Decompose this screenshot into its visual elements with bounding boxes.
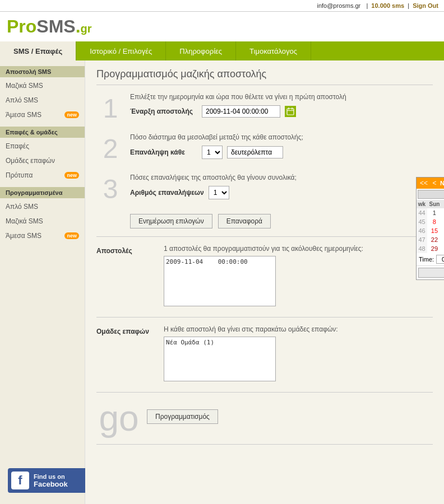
update-button[interactable]: Ενημέρωση επιλογών — [130, 214, 212, 228]
groups-content: Η κάθε αποστολή θα γίνει στις παρακάτω ο… — [164, 325, 433, 383]
cal-time-row: Time: : — [417, 253, 444, 265]
cal-hours-input[interactable] — [436, 255, 444, 264]
step-3-content: Πόσες επαναλήψεις της αποστολής θα γίνου… — [124, 174, 433, 199]
apostoles-row: Αποστολές 1 αποστολές θα προγραμματιστού… — [96, 245, 433, 308]
logo-bar: ProSMS.gr — [0, 12, 444, 41]
apostoles-textarea[interactable]: 2009-11-04 00:00:00 — [164, 256, 276, 306]
step-3-desc: Πόσες επαναλήψεις της αποστολής θα γίνου… — [130, 174, 433, 181]
divider-1 — [96, 236, 433, 237]
sidebar-item-aplo[interactable]: Απλό SMS — [0, 93, 85, 108]
logo-dot: . — [76, 16, 81, 36]
logo-pro: Pro — [7, 16, 36, 36]
new-badge-sched-amesa: new — [64, 232, 79, 239]
logo-gr: gr — [81, 22, 92, 35]
step-2-number: 2 — [96, 136, 124, 162]
step-1-label: Έναρξη αποστολής — [130, 108, 197, 115]
go-row: go Προγραμματισμός — [96, 400, 433, 436]
step-3-field-row: Αριθμός επαναλήψεων 1 — [130, 186, 433, 199]
cal-time-label: Time: — [419, 256, 434, 263]
sidebar-item-mazika[interactable]: Μαζικά SMS — [0, 78, 85, 93]
new-badge-protupa: new — [64, 172, 79, 179]
go-content: Προγραμματισμός — [141, 400, 218, 424]
step-1-field-row: Έναρξη αποστολής — [130, 105, 433, 118]
logo[interactable]: ProSMS.gr — [7, 16, 92, 37]
cal-title: November, 2009 — [440, 180, 444, 186]
cal-prev-year-btn[interactable]: << — [419, 179, 429, 187]
step-2-field-row: Επανάληψη κάθε 1 — [130, 146, 433, 159]
cal-mon-header: Mon — [442, 200, 444, 208]
period-input[interactable] — [227, 146, 283, 158]
sidebar-item-groups[interactable]: Ομάδες επαφών — [0, 153, 85, 168]
go-number: go — [96, 400, 141, 436]
apostoles-desc: 1 αποστολές θα προγραμματιστούν για τις … — [164, 245, 363, 253]
sidebar-item-contacts[interactable]: Επαφές — [0, 139, 85, 153]
cal-today-button[interactable]: Today — [418, 190, 444, 199]
step-2-row: 2 Πόσο διάστημα θα μεσολαβεί μεταξύ της … — [96, 133, 433, 162]
action-buttons-row: Ενημέρωση επιλογών Επαναφορά — [96, 214, 433, 228]
cal-sun-header: Sun — [427, 200, 442, 208]
repeat-every-select[interactable]: 1 — [202, 146, 223, 159]
step-2-label: Επανάληψη κάθε — [130, 148, 197, 156]
step-1-content: Επιλέξτε την ημερομηνία και ώρα που θέλε… — [124, 93, 433, 118]
step-1-desc: Επιλέξτε την ημερομηνία και ώρα που θέλε… — [130, 93, 433, 101]
nav-item-info[interactable]: Πληροφορίες — [166, 41, 236, 60]
cal-today-row: Today — [417, 189, 444, 200]
apostoles-content: 1 αποστολές θα προγραμματιστούν για τις … — [164, 245, 363, 308]
sidebar-item-sched-aplo[interactable]: Απλό SMS — [0, 199, 85, 214]
facebook-banner[interactable]: f Find us on Facebook — [8, 468, 89, 493]
main-layout: Αποστολή SMS Μαζικά SMS Απλό SMS Άμεσα S… — [0, 60, 444, 504]
facebook-text: Find us on Facebook — [34, 473, 68, 488]
step-2-desc: Πόσο διάστημα θα μεσολαβεί μεταξύ της κά… — [130, 133, 433, 141]
calendar-popup: << < November, 2009 > >> ✕ Today wk Sun … — [416, 177, 444, 280]
schedule-button[interactable]: Προγραμματισμός — [147, 409, 218, 424]
nav-item-pricing[interactable]: Τιμοκατάλογος — [236, 41, 311, 60]
calendar-svg — [286, 108, 294, 115]
cal-select-date: Select date — [417, 265, 444, 279]
sidebar-item-amesa[interactable]: Άμεσα SMS new — [0, 108, 85, 122]
signout-link[interactable]: Sign Out — [413, 2, 438, 9]
sidebar-section-contacts: Επαφές & ομάδες — [0, 127, 85, 138]
svg-rect-0 — [287, 109, 294, 115]
content-area: Προγραμματισμός μαζικής αποστολής 1 Επιλ… — [85, 60, 444, 504]
facebook-icon: f — [11, 472, 29, 489]
step-1-number: 1 — [96, 95, 124, 122]
sidebar: Αποστολή SMS Μαζικά SMS Απλό SMS Άμεσα S… — [0, 60, 85, 504]
sidebar-item-sched-amesa[interactable]: Άμεσα SMS new — [0, 228, 85, 243]
cal-select-date-btn[interactable]: Select date — [418, 268, 444, 278]
nav-bar: SMS / Επαφές Ιστορικό / Επιλογές Πληροφο… — [0, 41, 444, 60]
step-3-number: 3 — [96, 176, 124, 203]
sidebar-item-protupa[interactable]: Πρότυπα new — [0, 168, 85, 183]
cal-grid: wk Sun Mon Tue Wed Thu Fri Sat 441234567… — [417, 200, 444, 253]
start-date-input[interactable] — [202, 105, 280, 118]
sidebar-section-scheduled: Προγραμματισμένα — [0, 187, 85, 198]
divider-4 — [96, 444, 433, 445]
nav-item-history[interactable]: Ιστορικό / Επιλογές — [76, 41, 166, 60]
page-title: Προγραμματισμός μαζικής αποστολής — [96, 68, 433, 85]
top-bar: info@prosms.gr | 10.000 sms | Sign Out — [0, 0, 444, 12]
sms-link[interactable]: 10.000 sms — [371, 2, 404, 9]
divider-3 — [96, 392, 433, 393]
new-badge-amesa: new — [64, 111, 79, 118]
sidebar-item-sched-mazika[interactable]: Μαζικά SMS — [0, 214, 85, 228]
cal-prev-month-btn[interactable]: < — [431, 179, 437, 187]
calendar-icon[interactable] — [285, 106, 296, 117]
groups-label: Ομάδες επαφών — [96, 325, 164, 335]
step-1-row: 1 Επιλέξτε την ημερομηνία και ώρα που θέ… — [96, 93, 433, 122]
divider-2 — [96, 317, 433, 318]
cal-header: << < November, 2009 > >> ✕ — [417, 178, 444, 189]
cal-wk-header: wk — [417, 200, 427, 208]
nav-item-sms[interactable]: SMS / Επαφές — [0, 41, 76, 60]
repeat-count-select[interactable]: 1 — [209, 186, 229, 199]
apostoles-label: Αποστολές — [96, 245, 164, 255]
step-3-label: Αριθμός επαναλήψεων — [130, 189, 204, 197]
reset-button[interactable]: Επαναφορά — [218, 214, 271, 228]
step-2-content: Πόσο διάστημα θα μεσολαβεί μεταξύ της κά… — [124, 133, 433, 159]
groups-textarea[interactable]: Νέα Ομάδα (1) — [164, 337, 276, 381]
groups-desc: Η κάθε αποστολή θα γίνει στις παρακάτω ο… — [164, 325, 433, 333]
step-3-row: 3 Πόσες επαναλήψεις της αποστολής θα γίν… — [96, 174, 433, 203]
email-text: info@prosms.gr — [317, 2, 360, 9]
sidebar-section-send: Αποστολή SMS — [0, 66, 85, 77]
groups-row: Ομάδες επαφών Η κάθε αποστολή θα γίνει σ… — [96, 325, 433, 383]
logo-sms: SMS — [36, 16, 75, 36]
